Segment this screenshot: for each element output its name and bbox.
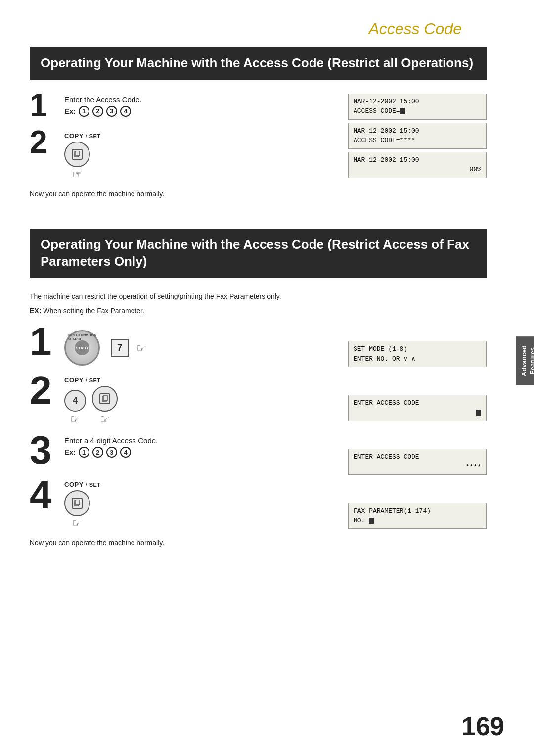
finger-icon-4b: ☞: [72, 517, 82, 530]
screen2-3: ENTER ACCESS CODE ****: [348, 449, 487, 475]
finger-icon-4: ☞: [70, 413, 80, 425]
section2-note2: EX: When setting the Fax Parameter.: [30, 306, 487, 316]
screen2-4-line2: NO.=: [354, 516, 481, 526]
svg-rect-1: [76, 151, 80, 156]
digit3: 3: [106, 106, 117, 117]
copy-set-button-2: ☞: [92, 386, 118, 425]
digit1: 1: [79, 106, 89, 117]
step2-buttons: 4 ☞: [64, 386, 333, 425]
screen2-4-line1: FAX PARAMETER(1-174): [354, 506, 481, 516]
step1-number: 1: [30, 90, 64, 121]
s2-digit4: 4: [120, 447, 131, 458]
digit4: 4: [120, 106, 131, 117]
screen2-2-line1: ENTER ACCESS CODE: [354, 398, 481, 408]
s2-step3-number: 3: [30, 430, 64, 470]
cursor-s2: [476, 410, 481, 416]
side-tab-line2: Features: [529, 347, 534, 374]
section2-now-text: Now you can operate the machine normally…: [30, 539, 333, 547]
screen2-1-line2: ENTER NO. OR ∨ ∧: [354, 354, 481, 364]
cursor-s2-4: [369, 518, 374, 524]
section2-screens: SET MODE (1-8) ENTER NO. OR ∨ ∧ ENTER AC…: [348, 326, 487, 529]
screen1-3-line2: 00%: [354, 165, 481, 175]
screen1-2: MAR-12-2002 15:00 ACCESS CODE=****: [348, 123, 487, 149]
screen1-2-line2: ACCESS CODE=****: [354, 136, 481, 145]
screen2-1: SET MODE (1-8) ENTER NO. OR ∨ ∧: [348, 341, 487, 367]
screen1-2-line1: MAR-12-2002 15:00: [354, 126, 481, 136]
screen1-3-line1: MAR-12-2002 15:00: [354, 155, 481, 165]
screen1-3: MAR-12-2002 15:00 00%: [348, 152, 487, 178]
dial-button: DIRECTORYSEARCH FUNCTION START: [64, 330, 100, 366]
step3-text: Enter a 4-digit Access Code.: [64, 436, 333, 445]
num7-badge: 7: [111, 339, 129, 357]
s2-step2-number: 2: [30, 371, 64, 410]
copy-icon: [74, 151, 81, 158]
step1-example: Ex: 1 2 3 4: [64, 106, 333, 117]
section2-step3: 3 Enter a 4-digit Access Code. Ex: 1 2 3…: [30, 434, 333, 470]
dial-center: START: [75, 340, 89, 355]
dial-area: DIRECTORYSEARCH FUNCTION START 7 ☞: [64, 330, 333, 366]
finger-icon-copy2: ☞: [100, 413, 110, 425]
copy-set-label-2: COPY / SET: [64, 377, 333, 384]
s2-digit2: 2: [92, 447, 103, 458]
section1-step1: 1 Enter the Access Code. Ex: 1 2 3 4: [30, 94, 333, 121]
copy-set-label-1: COPY / SET: [64, 132, 333, 140]
page-title: Access Code: [30, 20, 487, 38]
step3-example: Ex: 1 2 3 4: [64, 447, 333, 458]
s2-digit1: 1: [79, 447, 89, 458]
svg-rect-5: [76, 500, 80, 505]
screen2-1-line1: SET MODE (1-8): [354, 344, 481, 354]
note2-bold: EX:: [30, 307, 41, 315]
finger-icon-1: ☞: [72, 168, 82, 181]
section2-step4: 4 COPY / SET: [30, 479, 333, 530]
s2-step1-number: 1: [30, 322, 64, 362]
svg-rect-3: [103, 395, 107, 400]
copy-icon-4: [74, 500, 81, 507]
screen1-1: MAR-12-2002 15:00 ACCESS CODE=: [348, 94, 487, 120]
page-number: 169: [461, 711, 504, 741]
s2-step4-number: 4: [30, 475, 64, 515]
copy-set-button-1: ☞: [64, 142, 90, 181]
section1-header: Operating Your Machine with the Access C…: [30, 47, 487, 80]
section1-screens: MAR-12-2002 15:00 ACCESS CODE= MAR-12-20…: [348, 94, 487, 178]
section1-step2: 2 COPY / SET: [30, 130, 333, 181]
section1-now-text: Now you can operate the machine normally…: [30, 190, 333, 198]
cursor-1: [400, 108, 405, 114]
section2-step2: 2 COPY / SET 4 ☞: [30, 375, 333, 425]
copy-set-label-4: COPY / SET: [64, 481, 333, 488]
screen2-2-line2: [354, 408, 481, 418]
step1-text: Enter the Access Code.: [64, 95, 333, 104]
section2-header: Operating Your Machine with the Access C…: [30, 229, 487, 278]
screen1-1-line2: ACCESS CODE=: [354, 106, 481, 116]
section2-note1: The machine can restrict the operation o…: [30, 291, 487, 302]
example-label-3: Ex:: [64, 448, 76, 456]
finger-icon-s2-1: ☞: [136, 342, 146, 355]
copy-icon-2: [101, 395, 108, 402]
note2-text: When setting the Fax Parameter.: [43, 307, 144, 315]
side-tab-line1: Advanced: [520, 345, 528, 376]
screen2-4: FAX PARAMETER(1-174) NO.=: [348, 503, 487, 529]
s2-digit3: 3: [106, 447, 117, 458]
digit2: 2: [92, 106, 103, 117]
section2-step1: 1 DIRECTORYSEARCH FUNCTION START 7: [30, 326, 333, 366]
copy-set-button-4: ☞: [64, 490, 90, 530]
screen2-3-line2: ****: [354, 462, 481, 472]
num4-button: 4 ☞: [64, 390, 86, 425]
screen1-1-line1: MAR-12-2002 15:00: [354, 97, 481, 107]
screen2-2: ENTER ACCESS CODE: [348, 395, 487, 421]
step2-number: 2: [30, 126, 64, 158]
screen2-3-line1: ENTER ACCESS CODE: [354, 452, 481, 462]
example-label: Ex:: [64, 106, 76, 115]
side-tab: Advanced Features: [516, 336, 534, 385]
